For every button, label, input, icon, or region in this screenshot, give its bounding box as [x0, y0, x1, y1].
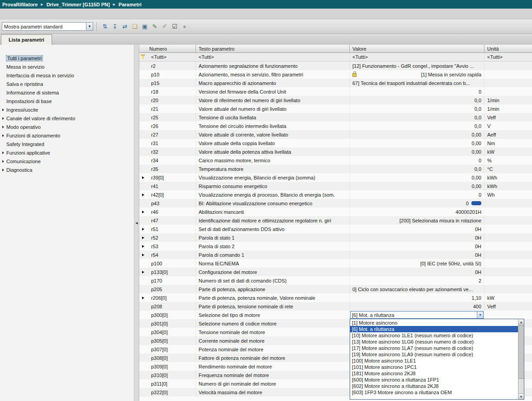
- parameter-filter-select[interactable]: Mostra parametri standard ▼: [2, 22, 93, 31]
- table-row[interactable]: p10Azionamento, messa in servizio, filtr…: [139, 70, 532, 79]
- expand-arrow-icon[interactable]: [142, 245, 144, 248]
- expand-arrow-icon[interactable]: [142, 254, 144, 256]
- table-row[interactable]: r35Temperatura motore0,0°C: [139, 165, 532, 173]
- combobox-dropdown-button[interactable]: ▾: [477, 311, 483, 318]
- sidebar-item[interactable]: Canale del valore di riferimento: [0, 114, 134, 123]
- dropdown-item[interactable]: [10] Motore asincrono 1LE1 (nessun numer…: [350, 332, 518, 339]
- sidebar-item[interactable]: Comunicazione: [0, 157, 134, 165]
- chevron-right-icon[interactable]: [2, 117, 4, 120]
- dropdown-item[interactable]: [602] Motore sincrono a riluttanza 2KJ8: [350, 383, 518, 389]
- chevron-right-icon[interactable]: [2, 151, 4, 154]
- column-header-unita[interactable]: Unità: [484, 45, 532, 52]
- table-row[interactable]: p300[0]Selezione del tipo di motore[6] M…: [139, 311, 532, 319]
- table-row[interactable]: p170Numero di set di dati di comando (CD…: [139, 276, 532, 285]
- edit-icon[interactable]: ✎: [150, 22, 159, 31]
- dropdown-scrollbar[interactable]: ▲▼: [518, 319, 524, 399]
- sidebar-item[interactable]: Modo operativo: [0, 123, 134, 131]
- table-row[interactable]: r31Valore attuale della coppia livellato…: [139, 139, 532, 147]
- expand-arrow-icon[interactable]: [142, 236, 144, 239]
- table-row[interactable]: r41Risparmio consumo energetico0,00kWh: [139, 182, 532, 190]
- sidebar-item[interactable]: Ingressi/uscite: [0, 105, 134, 114]
- new-document-icon[interactable]: ❏: [130, 22, 139, 31]
- table-row[interactable]: r52Parola di stato 10H: [139, 233, 532, 242]
- sidebar-item[interactable]: Funzioni di azionamento: [0, 131, 134, 140]
- dropdown-item[interactable]: [100] Motore asincrono 1LE1: [350, 358, 518, 364]
- measure-icon[interactable]: ✐: [160, 22, 169, 31]
- table-row[interactable]: p208Parte di potenza, tensione nominale …: [139, 302, 532, 311]
- column-header-valore[interactable]: Valore: [350, 45, 484, 52]
- scroll-up-icon[interactable]: ▲: [518, 319, 524, 325]
- sidebar-item[interactable]: Tutti i parametri: [0, 54, 134, 62]
- table-row[interactable]: r53Parola di stato 20H: [139, 242, 532, 250]
- breadcrumb-item[interactable]: Drive_Trimmer [G115D PN]: [47, 2, 110, 7]
- dropdown-item[interactable]: [603] 1FP3 Motore sincrono a riluttanza …: [350, 389, 518, 396]
- table-row[interactable]: r46Abilitazioni mancanti40000201H: [139, 208, 532, 216]
- column-header-numero[interactable]: Numero: [139, 45, 196, 52]
- table-row[interactable]: r39[0]Visualizzazione energia, Bilancio …: [139, 173, 532, 182]
- table-row[interactable]: r32Valore attuale della potenza attiva l…: [139, 147, 532, 156]
- dropdown-item[interactable]: [181] Motore asincrono 2KJ8: [350, 370, 518, 377]
- expander-cell[interactable]: [139, 293, 147, 302]
- motor-type-combobox[interactable]: [6] Mot. a riluttanza▾: [350, 311, 484, 319]
- column-header-testo-parametro[interactable]: Testo parametro: [196, 45, 350, 52]
- table-row[interactable]: r18Versione del firmware della Control U…: [139, 87, 532, 96]
- chevron-right-icon[interactable]: [2, 109, 4, 111]
- table-row[interactable]: p100Norma IEC/NEMA[0] IEC (rete 50Hz, un…: [139, 259, 532, 268]
- dropdown-item[interactable]: [101] Motore asincrono 1PC1: [350, 364, 518, 370]
- accept-checkbox-icon[interactable]: ☑: [170, 22, 179, 31]
- expander-cell[interactable]: [139, 173, 147, 182]
- table-row[interactable]: p133[0]Configurazione del motore0H: [139, 268, 532, 276]
- table-row[interactable]: r26Tensione del circuito intermedio live…: [139, 122, 532, 130]
- filter-numero[interactable]: <Tutti>: [147, 53, 196, 61]
- record-icon[interactable]: ●: [180, 22, 189, 31]
- sidebar-item[interactable]: Safety Integrated: [0, 140, 134, 148]
- expand-arrow-icon[interactable]: [142, 193, 144, 196]
- table-row[interactable]: r47Identificazione dati motore e ottimiz…: [139, 216, 532, 225]
- chevron-right-icon[interactable]: [2, 169, 4, 171]
- expand-arrow-icon[interactable]: [142, 176, 144, 179]
- dropdown-item[interactable]: [600] Motore sincrono a riluttanza 1FP1: [350, 377, 518, 383]
- table-row[interactable]: r54Parola di comando 10H: [139, 250, 532, 259]
- table-row[interactable]: p43BI: Abilitazione visualizzazione cons…: [139, 199, 532, 208]
- chevron-right-icon[interactable]: [2, 126, 4, 128]
- sidebar-splitter[interactable]: ◄: [134, 45, 139, 401]
- expander-cell[interactable]: [139, 190, 147, 199]
- sidebar-item[interactable]: Messa in servizio: [0, 62, 134, 71]
- expand-arrow-icon[interactable]: [142, 211, 144, 213]
- filter-funnel-icon[interactable]: [141, 55, 146, 60]
- scroll-thumb[interactable]: [518, 326, 524, 379]
- sidebar-item[interactable]: Interfaccia di messa in servizio: [0, 71, 134, 80]
- dropdown-item[interactable]: [13] Motore asincrono 1LG6 (nessun numer…: [350, 339, 518, 345]
- sidebar-item[interactable]: Diagnostica: [0, 165, 134, 174]
- dropdown-item[interactable]: [6] Mot. a riluttanza: [350, 326, 518, 332]
- dropdown-item[interactable]: [19] Motore asincrono 1LA9 (nessun numer…: [350, 351, 518, 358]
- tab-lista-parametri[interactable]: Lista parametri: [1, 34, 52, 45]
- filter-valore[interactable]: <Tutti>: [350, 53, 484, 61]
- expander-cell[interactable]: [139, 268, 147, 276]
- table-row[interactable]: r51Set di dati dell'azionamento DDS atti…: [139, 225, 532, 233]
- sidebar-item[interactable]: Salva e ripristina: [0, 80, 134, 88]
- table-row[interactable]: r27Valore attuale di corrente, valore li…: [139, 130, 532, 139]
- table-row[interactable]: p205Parte di potenza, applicazione0] Cic…: [139, 285, 532, 293]
- table-row[interactable]: r21Valore attuale del numero di giri liv…: [139, 104, 532, 113]
- table-row[interactable]: r2Azionamento segnalazione di funzioname…: [139, 61, 532, 70]
- chevron-right-icon[interactable]: [2, 160, 4, 163]
- breadcrumb-item[interactable]: ProvaRifilatore: [2, 2, 38, 7]
- table-row[interactable]: r206[0]Parte di potenza, potenza nominal…: [139, 293, 532, 302]
- table-row[interactable]: r20Valore di riferimento del numero di g…: [139, 96, 532, 104]
- table-row[interactable]: r34Carico massimo motore, termico0%: [139, 156, 532, 165]
- download-values-icon[interactable]: ↧: [110, 22, 119, 31]
- sidebar-item[interactable]: Funzioni applicative: [0, 148, 134, 157]
- filter-testo[interactable]: <Tutti>: [196, 53, 350, 61]
- chevron-down-icon[interactable]: ▼: [86, 23, 93, 30]
- save-icon[interactable]: ▣: [140, 22, 149, 31]
- sidebar-item[interactable]: Informazione di sistema: [0, 88, 134, 97]
- transfer-parameters-icon[interactable]: ⇄: [120, 22, 129, 31]
- scroll-down-icon[interactable]: ▼: [518, 393, 524, 399]
- expand-arrow-icon[interactable]: [142, 297, 144, 299]
- expander-cell[interactable]: [139, 225, 147, 233]
- sort-columns-icon[interactable]: ⇅: [100, 22, 109, 31]
- table-row[interactable]: p15Macro apparecchio di azionamento67] T…: [139, 79, 532, 87]
- expander-cell[interactable]: [139, 233, 147, 242]
- expander-cell[interactable]: [139, 250, 147, 259]
